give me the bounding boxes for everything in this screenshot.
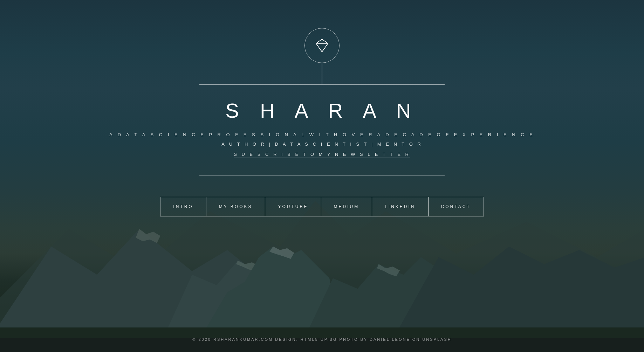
nav-btn-contact[interactable]: CONTACT <box>428 197 484 216</box>
roles: A U T H O R | D A T A S C I E N T I S T … <box>221 142 423 147</box>
nav-btn-youtube[interactable]: YOUTUBE <box>265 197 321 216</box>
site-title: S H A R A N <box>225 99 418 122</box>
nav-btn-medium[interactable]: MEDIUM <box>321 197 372 216</box>
logo-stem <box>322 63 322 84</box>
nav-btn-my-books[interactable]: MY BOOKS <box>206 197 266 216</box>
main-content: S H A R A N A D A T A S C I E N C E P R … <box>0 0 644 352</box>
newsletter-link[interactable]: S U B S C R I B E T O M Y N E W S L E T … <box>234 152 410 158</box>
nav-buttons: INTRO MY BOOKS YOUTUBE MEDIUM LINKEDIN C… <box>160 197 484 216</box>
logo-horizontal-rule <box>199 84 445 85</box>
svg-line-17 <box>322 39 328 43</box>
nav-divider <box>199 175 445 176</box>
svg-line-16 <box>316 39 322 43</box>
logo-circle <box>304 28 340 63</box>
svg-line-14 <box>316 43 322 52</box>
nav-btn-linkedin[interactable]: LINKEDIN <box>372 197 428 216</box>
logo-container <box>199 28 445 99</box>
nav-btn-intro[interactable]: INTRO <box>160 197 206 216</box>
main-nav: INTRO MY BOOKS YOUTUBE MEDIUM LINKEDIN C… <box>160 197 484 216</box>
diamond-icon <box>314 39 330 53</box>
tagline: A D A T A S C I E N C E P R O F E S S I … <box>109 132 535 137</box>
footer: © 2020 RSHARANKUMAR.COM DESIGN: HTML5 UP… <box>192 337 451 341</box>
svg-line-15 <box>322 43 328 52</box>
